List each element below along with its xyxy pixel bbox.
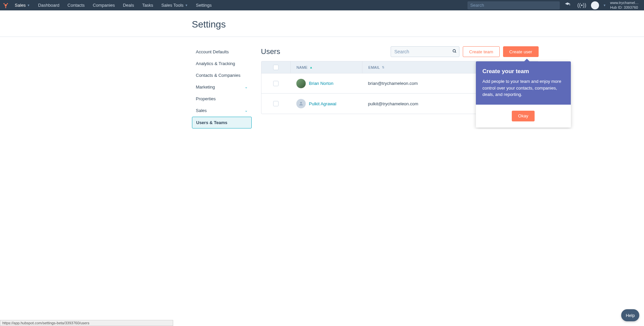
sidebar-item-analytics[interactable]: Analytics & Tracking — [192, 58, 252, 69]
user-email: brian@trychameleon.com — [362, 81, 485, 86]
nav-tasks[interactable]: Tasks — [138, 0, 157, 10]
chevron-down-icon: ⌄ — [245, 108, 248, 113]
nav-settings[interactable]: Settings — [192, 0, 216, 10]
top-nav: Sales ▼ Dashboard Contacts Companies Dea… — [0, 0, 644, 10]
column-header-name[interactable]: NAME ▲ — [290, 61, 362, 73]
create-team-button[interactable]: Create team — [463, 46, 500, 57]
search-icon[interactable] — [450, 49, 459, 54]
content-title: Users — [261, 47, 280, 56]
user-avatar[interactable] — [591, 1, 599, 9]
user-email: pulkit@trychameleon.com — [362, 101, 485, 106]
settings-sidebar: Account Defaults Analytics & Tracking Co… — [192, 46, 252, 129]
create-user-button[interactable]: Create user — [503, 46, 539, 57]
sidebar-item-account-defaults[interactable]: Account Defaults — [192, 46, 252, 57]
avatar — [296, 79, 306, 88]
nav-contacts[interactable]: Contacts — [63, 0, 89, 10]
svg-line-8 — [455, 52, 456, 53]
popover-okay-button[interactable]: Okay — [512, 111, 535, 121]
global-search-input[interactable] — [467, 1, 560, 9]
account-info[interactable]: www.trychamel… Hub ID: 3393760 — [610, 1, 641, 9]
caret-down-icon: ▼ — [185, 4, 188, 7]
row-checkbox[interactable] — [273, 81, 279, 86]
sort-icon: ⇅ — [382, 66, 385, 69]
nav-companies[interactable]: Companies — [89, 0, 119, 10]
nav-dashboard[interactable]: Dashboard — [34, 0, 63, 10]
content-area: Users Create team Create user NAME ▲ — [261, 46, 539, 129]
svg-point-7 — [453, 50, 455, 52]
select-all-checkbox[interactable] — [273, 65, 279, 70]
caret-down-icon: ▼ — [27, 4, 30, 7]
sidebar-item-marketing[interactable]: Marketing⌄ — [192, 82, 252, 93]
sidebar-item-sales[interactable]: Sales⌄ — [192, 105, 252, 116]
caret-down-icon: ▼ — [603, 4, 606, 7]
create-team-popover: Create your team Add people to your team… — [476, 61, 571, 127]
sidebar-item-properties[interactable]: Properties — [192, 93, 252, 104]
broadcast-icon[interactable]: ((•)) — [575, 2, 588, 8]
svg-point-9 — [300, 102, 302, 104]
sidebar-item-contacts-companies[interactable]: Contacts & Companies — [192, 70, 252, 81]
column-header-email[interactable]: EMAIL ⇅ — [362, 61, 485, 73]
users-search-input[interactable] — [391, 49, 450, 54]
sort-asc-icon: ▲ — [309, 66, 312, 69]
chevron-down-icon: ⌄ — [245, 85, 248, 89]
sidebar-item-users-teams[interactable]: Users & Teams — [192, 117, 252, 128]
users-search[interactable] — [391, 46, 459, 57]
hubspot-logo-icon[interactable] — [3, 2, 9, 9]
nav-deals[interactable]: Deals — [119, 0, 138, 10]
page-title: Settings — [192, 19, 539, 30]
user-name-link[interactable]: Brian Norton — [309, 81, 334, 86]
avatar — [296, 99, 306, 108]
row-checkbox[interactable] — [273, 101, 279, 106]
academy-icon[interactable] — [562, 2, 573, 9]
popover-body: Add people to your team and enjoy more c… — [483, 78, 564, 98]
nav-brand[interactable]: Sales ▼ — [11, 0, 34, 10]
user-name-link[interactable]: Pulkit Agrawal — [309, 101, 337, 106]
popover-title: Create your team — [483, 68, 564, 75]
nav-sales-tools[interactable]: Sales Tools ▼ — [157, 0, 192, 10]
